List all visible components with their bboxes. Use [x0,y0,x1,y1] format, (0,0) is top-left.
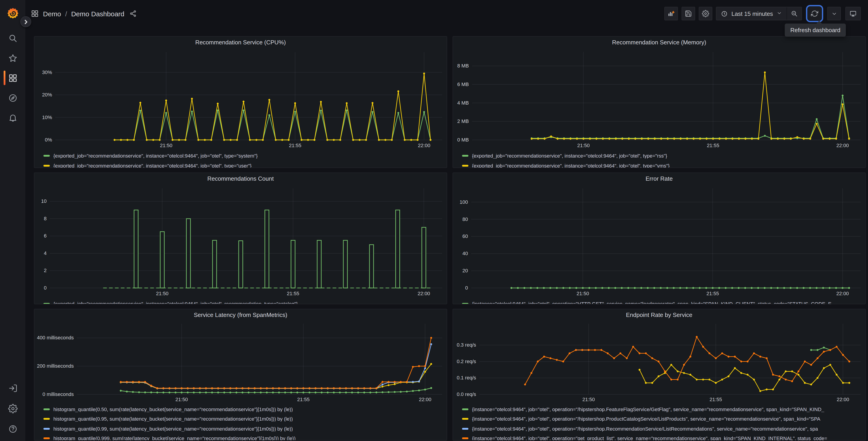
svg-text:21:55: 21:55 [710,396,722,402]
sidebar-item-search[interactable] [0,31,25,45]
legend-swatch [462,303,468,304]
panel-endpoint-rate-by-service: Endpoint Rate by Service 0.0 req/s0.1 re… [453,309,866,441]
legend-label: {exported_job="recommendationservice", i… [53,301,444,304]
share-dashboard-button[interactable] [129,10,137,17]
legend-swatch [43,303,50,304]
svg-text:21:50: 21:50 [160,143,173,148]
grafana-app: Demo / Demo Dashboard [0,0,868,441]
refresh-interval-dropdown[interactable] [827,7,841,20]
legend-item[interactable]: {instance="otelcol:9464", job="otel", op… [462,299,863,304]
svg-text:200 milliseconds: 200 milliseconds [37,363,74,369]
sidebar-item-configuration[interactable] [0,402,25,415]
help-icon [8,424,18,434]
legend-swatch [43,165,50,167]
legend-item[interactable]: histogram_quantile(0.99, sum(rate(latenc… [43,424,444,434]
legend-label: histogram_quantile(0.95, sum(rate(latenc… [53,416,444,422]
panel-legend: {instance="otelcol:9464", job="otel", op… [462,299,863,304]
legend-swatch [43,428,50,430]
add-panel-button[interactable] [664,7,678,20]
legend-swatch [462,428,468,430]
legend-swatch [462,165,468,167]
sidebar-item-sign-in[interactable] [0,381,25,395]
chart-canvas[interactable]: 02040608010021:5021:5522:00 [453,185,865,298]
svg-text:22:00: 22:00 [836,143,849,148]
panel-title[interactable]: Service Latency (from SpanMetrics) [34,309,447,321]
legend-item[interactable]: histogram_quantile(0.95, sum(rate(latenc… [43,414,444,424]
panel-title[interactable]: Endpoint Rate by Service [453,309,865,321]
legend-label: {instance="otelcol:9464", job="otel", op… [472,416,863,422]
chevron-down-icon [831,11,837,17]
gear-icon [702,10,709,17]
svg-text:0: 0 [465,285,468,291]
sidebar-item-dashboards[interactable] [0,71,25,85]
tooltip-arrow [816,21,822,24]
legend-item[interactable]: {exported_job="recommendationservice", i… [43,299,444,304]
sidebar-nav-bottom [0,381,25,436]
add-panel-icon [668,10,675,17]
breadcrumb: Demo / Demo Dashboard [31,9,137,18]
legend-item[interactable]: histogram_quantile(0.50, sum(rate(latenc… [43,404,444,414]
legend-swatch [462,408,468,410]
sidebar-item-alerting[interactable] [0,111,25,124]
legend-item[interactable]: {exported_job="recommendationservice", i… [462,151,863,161]
svg-text:21:50: 21:50 [577,143,590,148]
svg-text:20%: 20% [42,92,52,97]
svg-text:22:00: 22:00 [418,143,430,148]
star-icon [8,53,18,63]
legend-item[interactable]: {instance="otelcol:9464", job="otel", op… [462,414,863,424]
panel-legend: {instance="otelcol:9464", job="otel", op… [462,404,863,441]
save-dashboard-button[interactable] [682,7,695,20]
panel-title[interactable]: Recommendation Service (CPU%) [34,37,447,49]
refresh-dashboard-button[interactable] [808,7,822,20]
legend-label: histogram_quantile(0.50, sum(rate(latenc… [53,407,444,412]
svg-text:0 milliseconds: 0 milliseconds [42,391,74,397]
dashboard-settings-button[interactable] [699,7,712,20]
legend-item[interactable]: {instance="otelcol:9464", job="otel", op… [462,424,863,434]
sidebar-item-help[interactable] [0,422,25,436]
zoom-out-time-range-button[interactable] [787,7,802,20]
sidebar-item-starred[interactable] [0,51,25,65]
svg-text:0.3 req/s: 0.3 req/s [457,342,476,348]
save-icon [685,10,692,17]
legend-item[interactable]: {exported_job="recommendationservice", i… [43,161,444,168]
gear-icon [8,404,18,413]
svg-text:10: 10 [41,198,46,204]
legend-item[interactable]: {exported_job="recommendationservice", i… [43,151,444,161]
legend-label: {instance="otelcol:9464", job="otel", op… [472,301,863,304]
legend-swatch [43,438,50,439]
dashboard-section-icon [31,9,39,18]
cycle-view-mode-button[interactable] [845,7,861,20]
panel-legend: histogram_quantile(0.50, sum(rate(latenc… [43,404,444,441]
clock-icon [721,10,728,17]
time-picker-button[interactable]: Last 15 minutes [716,7,786,20]
sidebar-expand-button[interactable] [20,16,31,27]
panel-title[interactable]: Error Rate [453,173,865,185]
svg-text:8: 8 [44,216,46,222]
chart-canvas[interactable]: 024681021:5021:5522:00 [34,185,447,298]
sidebar [0,0,25,441]
svg-text:80: 80 [463,216,468,222]
chart-canvas[interactable]: 0 milliseconds200 milliseconds400 millis… [34,321,447,403]
svg-text:2 MB: 2 MB [457,118,469,124]
panel-title[interactable]: Recommendation Service (Memory) [453,37,865,49]
legend-item[interactable]: {instance="otelcol:9464", job="otel", op… [462,404,863,414]
chart-canvas[interactable]: 0 MB2 MB4 MB6 MB8 MB21:5021:5522:00 [453,49,865,150]
svg-text:21:55: 21:55 [297,396,310,402]
tooltip-label: Refresh dashboard [790,27,840,33]
bell-icon [8,113,18,122]
breadcrumb-dashboard-title[interactable]: Demo Dashboard [71,10,124,18]
refresh-button-focus-ring [806,5,823,22]
legend-item[interactable]: histogram_quantile(0.999, sum(rate(laten… [43,434,444,441]
legend-label: {exported_job="recommendationservice", i… [53,163,444,168]
legend-item[interactable]: {instance="otelcol:9464", job="otel", op… [462,434,863,441]
chart-canvas[interactable]: 0.0 req/s0.1 req/s0.2 req/s0.3 req/s21:5… [453,321,865,403]
legend-swatch [43,155,50,157]
panel-legend: {exported_job="recommendationservice", i… [462,151,863,168]
svg-text:6: 6 [44,233,46,239]
sidebar-item-explore[interactable] [0,91,25,105]
grafana-logo[interactable] [6,7,19,20]
breadcrumb-folder[interactable]: Demo [43,10,61,18]
chart-canvas[interactable]: 0%10%20%30%21:5021:5522:00 [34,49,447,150]
panel-title[interactable]: Recommendations Count [34,173,447,185]
legend-item[interactable]: {exported_job="recommendationservice", i… [462,161,863,168]
